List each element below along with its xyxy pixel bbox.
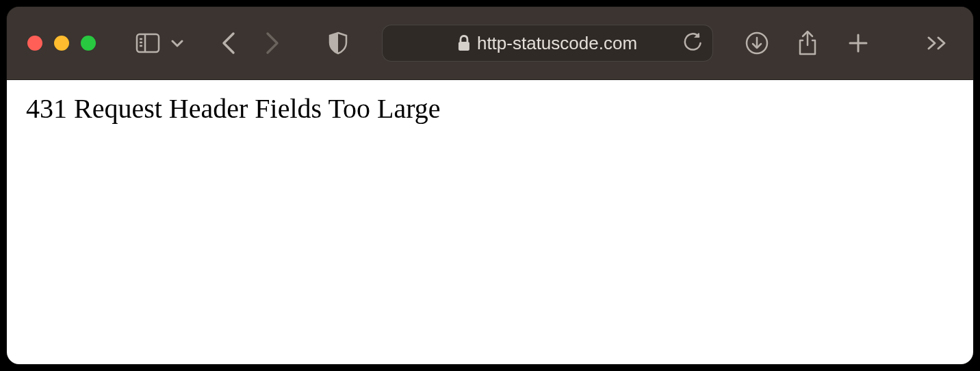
sidebar-toggle-group bbox=[133, 28, 185, 58]
browser-toolbar: http-statuscode.com bbox=[7, 7, 973, 80]
new-tab-icon bbox=[848, 33, 868, 53]
address-content: http-statuscode.com bbox=[458, 33, 637, 54]
close-window-button[interactable] bbox=[27, 36, 42, 51]
minimize-window-button[interactable] bbox=[54, 36, 69, 51]
forward-icon bbox=[265, 31, 280, 55]
lock-icon bbox=[458, 35, 470, 51]
share-icon bbox=[797, 30, 818, 56]
tab-overflow-button[interactable] bbox=[923, 28, 953, 58]
tab-groups-dropdown[interactable] bbox=[170, 28, 185, 58]
maximize-window-button[interactable] bbox=[81, 36, 96, 51]
right-toolbar-group bbox=[742, 28, 873, 58]
svg-rect-5 bbox=[459, 42, 469, 51]
sidebar-button[interactable] bbox=[133, 28, 163, 58]
privacy-shield-icon bbox=[328, 31, 348, 55]
sidebar-icon bbox=[136, 33, 160, 53]
page-content: 431 Request Header Fields Too Large bbox=[7, 80, 973, 364]
share-button[interactable] bbox=[792, 28, 823, 58]
privacy-report-button[interactable] bbox=[323, 28, 353, 58]
new-tab-button[interactable] bbox=[843, 28, 873, 58]
forward-button[interactable] bbox=[257, 28, 287, 58]
back-button[interactable] bbox=[214, 28, 244, 58]
downloads-button[interactable] bbox=[742, 28, 772, 58]
http-status-message: 431 Request Header Fields Too Large bbox=[26, 92, 954, 125]
reload-icon bbox=[684, 33, 701, 53]
navigation-group bbox=[214, 28, 287, 58]
browser-window: http-statuscode.com bbox=[7, 7, 973, 364]
reload-button[interactable] bbox=[684, 33, 701, 53]
downloads-icon bbox=[745, 31, 769, 55]
overflow-icon bbox=[927, 36, 949, 51]
chevron-down-icon bbox=[171, 39, 183, 47]
window-controls bbox=[27, 36, 96, 51]
back-icon bbox=[221, 31, 236, 55]
url-text: http-statuscode.com bbox=[477, 33, 637, 54]
address-bar[interactable]: http-statuscode.com bbox=[382, 25, 713, 62]
